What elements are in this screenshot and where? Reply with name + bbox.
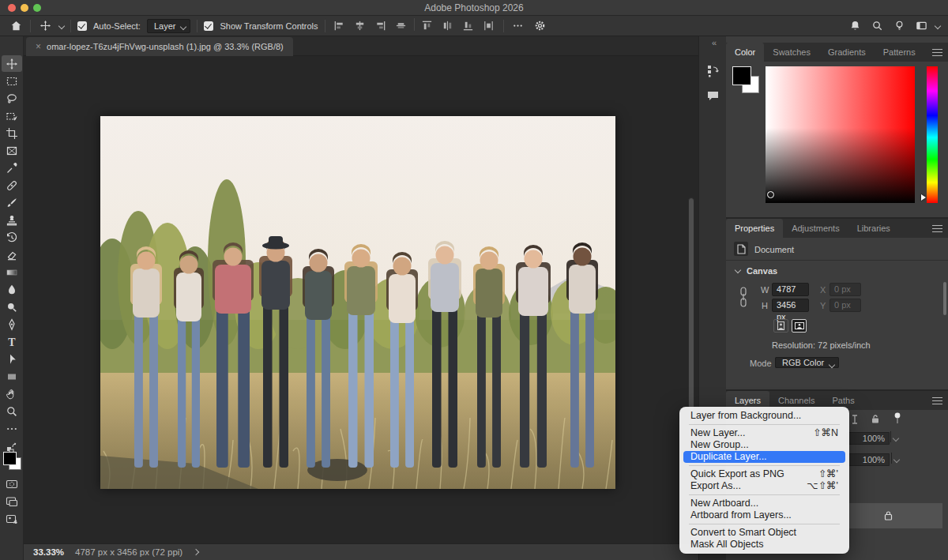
history-brush-tool-button[interactable] [2,229,22,246]
properties-tab-adjustments[interactable]: Adjustments [783,219,848,238]
comments-icon[interactable] [704,87,721,104]
pen-tool-button[interactable] [2,316,22,333]
align-center-lines-icon[interactable] [393,18,409,34]
layer-lock-icon[interactable] [884,510,893,522]
properties-panel-menu-icon[interactable] [932,225,942,232]
opacity-chevron-icon[interactable] [890,431,891,442]
gradient-tool-button[interactable] [2,264,22,280]
path-selection-tool-button[interactable] [2,351,22,367]
link-dimensions-icon[interactable] [739,287,748,309]
properties-tab-properties[interactable]: Properties [726,219,783,238]
menu-item-label: New Artboard... [690,498,758,509]
move-tool-button[interactable] [2,55,22,72]
properties-scrollbar[interactable] [943,282,946,315]
search-icon[interactable] [869,18,885,34]
width-field[interactable]: 4787 px [772,283,809,296]
color-panel-menu-icon[interactable] [932,49,942,56]
color-tab-patterns[interactable]: Patterns [875,43,924,62]
menu-item-mask-all-objects[interactable]: Mask All Objects [679,539,849,551]
document-tab[interactable]: × omar-lopez-T6zu4jFhVwg-unsplash (1).jp… [26,37,293,56]
menu-item-layer-from-background[interactable]: Layer from Background... [679,410,849,422]
version-history-icon[interactable] [704,62,721,79]
properties-tab-libraries[interactable]: Libraries [848,219,899,238]
color-tab-gradients[interactable]: Gradients [819,43,875,62]
opacity-field[interactable]: 100% [846,432,890,445]
pin-icon[interactable] [893,412,901,426]
menu-item-export-as[interactable]: Export As...⌥⇧⌘' [679,480,849,492]
hue-slider[interactable] [927,66,938,203]
titlebar: Adobe Photoshop 2026 [0,0,948,16]
type-tool-button[interactable]: T [2,333,22,350]
more-options-icon[interactable] [510,18,526,34]
move-tool-icon[interactable] [37,18,53,34]
layers-panel-menu-icon[interactable] [932,397,942,404]
spot-healing-brush-tool-button[interactable] [2,177,22,194]
height-field[interactable]: 3456 px [772,299,809,312]
distribute-horizontal-centers-icon[interactable] [440,18,456,34]
workspace-chevron-icon[interactable] [935,22,941,28]
color-field-marker[interactable] [767,191,774,198]
show-transform-checkbox[interactable] [204,21,213,31]
discover-lightbulb-icon[interactable] [891,18,907,34]
landscape-orientation-button[interactable] [792,319,807,333]
eraser-tool-button[interactable] [2,246,22,263]
color-swatch-widget[interactable] [732,66,764,100]
brush-tool-button[interactable] [2,194,22,211]
rectangle-tool-button[interactable] [2,368,22,385]
portrait-orientation-button[interactable] [773,319,788,333]
distribute-bottom-edges-icon[interactable] [461,18,476,34]
share-image-icon[interactable] [2,510,22,527]
zoom-tool-button[interactable] [2,403,22,419]
fill-field[interactable]: 100% [846,453,890,466]
fill-chevron-icon[interactable] [891,453,892,464]
notifications-bell-icon[interactable] [847,18,863,34]
clone-stamp-tool-button[interactable] [2,212,22,228]
close-tab-icon[interactable]: × [36,41,41,52]
color-mode-dropdown[interactable]: RGB Color [775,357,839,368]
canvas-vertical-scrollbar[interactable] [688,197,694,439]
menu-item-new-layer[interactable]: New Layer...⇧⌘N [679,427,849,439]
edit-toolbar-button[interactable] [2,420,22,437]
dodge-tool-button[interactable] [2,299,22,315]
align-right-edges-icon[interactable] [373,18,389,34]
menu-item-new-artboard[interactable]: New Artboard... [679,498,849,509]
foreground-color-swatch-panel[interactable] [732,66,751,85]
color-tab-color[interactable]: Color [726,43,764,62]
blur-tool-button[interactable] [2,281,22,298]
canvas-section-chevron-icon[interactable] [735,267,741,273]
quick-mask-icon[interactable] [2,475,22,492]
workspace-switcher-icon[interactable] [913,18,929,34]
zoom-level[interactable]: 33.33% [24,547,75,557]
menu-item-convert-to-smart-object[interactable]: Convert to Smart Object [679,527,849,539]
eyedropper-tool-button[interactable] [2,160,22,176]
tool-preset-chevron-icon[interactable] [58,22,65,28]
align-left-edges-icon[interactable] [332,18,348,34]
gear-icon[interactable] [532,18,548,34]
auto-select-target-dropdown[interactable]: Layer [147,19,191,33]
foreground-color-swatch[interactable] [3,452,17,465]
screen-mode-icon[interactable] [2,493,22,509]
color-tab-swatches[interactable]: Swatches [764,43,819,62]
menu-item-duplicate-layer[interactable]: Duplicate Layer... [683,451,845,463]
rectangular-marquee-tool-button[interactable] [2,73,22,89]
menu-item-artboard-from-layers[interactable]: Artboard from Layers... [679,509,849,521]
frame-tool-button[interactable] [2,142,22,159]
crop-tool-button[interactable] [2,125,22,141]
menu-item-quick-export-as-png[interactable]: Quick Export as PNG⇧⌘' [679,468,849,480]
lasso-tool-button[interactable] [2,90,22,107]
menu-item-new-group[interactable]: New Group... [679,439,849,451]
status-chevron-icon[interactable] [193,549,199,555]
align-horizontal-centers-icon[interactable] [352,18,368,34]
canvas-image[interactable] [100,116,615,489]
object-selection-tool-button[interactable] [2,107,22,124]
lock-all-icon[interactable] [871,414,880,426]
home-icon[interactable] [8,18,24,34]
hand-tool-button[interactable] [2,385,22,402]
lock-transparency-icon[interactable] [851,415,859,426]
distribute-top-edges-icon[interactable] [419,18,435,34]
distribute-vertical-centers-icon[interactable] [481,18,497,34]
hue-slider-marker[interactable] [921,194,926,201]
saturation-brightness-field[interactable] [766,66,915,203]
auto-select-checkbox[interactable] [77,21,87,31]
document-tabbar: × omar-lopez-T6zu4jFhVwg-unsplash (1).jp… [24,36,698,56]
